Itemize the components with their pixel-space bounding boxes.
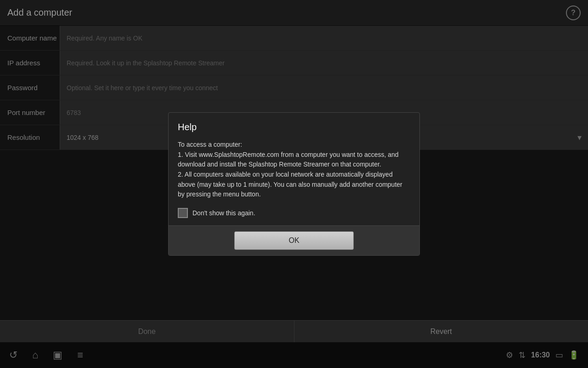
help-dialog: Help To access a computer: 1. Visit www.… (168, 112, 420, 256)
dialog-body: Help To access a computer: 1. Visit www.… (169, 113, 419, 225)
dialog-title: Help (178, 122, 410, 132)
dialog-footer: OK (169, 225, 419, 255)
dialog-line1: To access a computer: (178, 141, 242, 148)
dont-show-label: Don't show this again. (192, 209, 255, 217)
dialog-line2: 1. Visit www.SplashtopRemote.com from a … (178, 151, 399, 168)
dont-show-checkbox[interactable] (178, 208, 188, 218)
ok-button[interactable]: OK (234, 231, 354, 250)
dont-show-row: Don't show this again. (178, 208, 410, 218)
dialog-overlay: Help To access a computer: 1. Visit www.… (0, 0, 588, 368)
dialog-text: To access a computer: 1. Visit www.Splas… (178, 140, 410, 200)
dialog-line3: 2. All computers available on your local… (178, 171, 402, 198)
